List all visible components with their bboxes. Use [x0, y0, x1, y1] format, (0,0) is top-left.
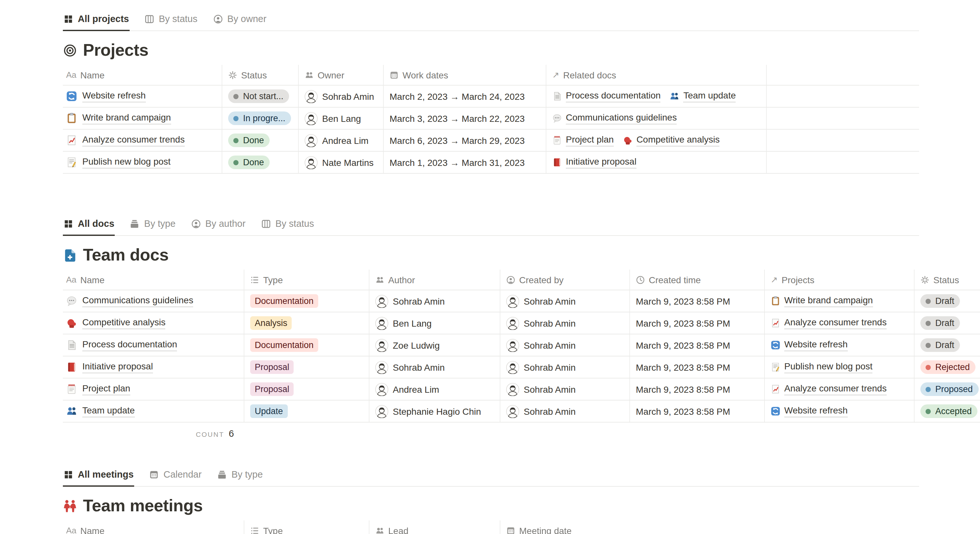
- project-link[interactable]: Publish new blog post: [771, 361, 872, 373]
- project-link[interactable]: Analyze consumer trends: [771, 383, 887, 395]
- project-link[interactable]: Write brand campaign: [771, 295, 873, 307]
- type-chip[interactable]: Proposal: [250, 382, 294, 396]
- person-tag[interactable]: Stephanie Hagio Chin: [375, 405, 481, 418]
- doc-link[interactable]: Process documentation: [552, 91, 661, 102]
- page-link[interactable]: Analyze consumer trends: [82, 135, 185, 146]
- tab-all-docs[interactable]: All docs: [63, 215, 115, 236]
- column-header-created-by[interactable]: Created by: [500, 270, 630, 290]
- column-header-type[interactable]: Type: [244, 270, 369, 290]
- column-header-projects[interactable]: ↗Projects: [765, 270, 915, 290]
- tab-calendar[interactable]: Calendar: [148, 466, 202, 487]
- status-chip[interactable]: Draft: [920, 316, 960, 330]
- column-header-related-docs[interactable]: ↗Related docs: [546, 65, 767, 85]
- person-tag[interactable]: Andrea Lim: [375, 383, 439, 396]
- status-chip[interactable]: Not start...: [228, 89, 290, 103]
- person-tag[interactable]: Zoe Ludwig: [375, 339, 440, 351]
- page-link[interactable]: Initiative proposal: [82, 361, 153, 373]
- tab-by-status[interactable]: By status: [144, 10, 198, 31]
- person-tag[interactable]: Ben Lang: [305, 112, 361, 125]
- doc-link[interactable]: Competitive analysis: [623, 135, 720, 146]
- cell-work-dates[interactable]: March 1, 2023 → March 31, 2023: [384, 152, 546, 173]
- page-link[interactable]: Write brand campaign: [82, 113, 171, 124]
- cell-created-time[interactable]: March 9, 2023 8:58 PM: [630, 400, 765, 422]
- status-dot-icon: [233, 116, 239, 121]
- project-link[interactable]: Analyze consumer trends: [771, 317, 887, 329]
- person-tag[interactable]: Sohrab Amin: [506, 294, 576, 307]
- status-chip[interactable]: Done: [228, 156, 270, 169]
- tab-by-author[interactable]: By author: [191, 215, 246, 236]
- type-chip[interactable]: Documentation: [250, 338, 318, 352]
- cell-status: In progre...: [222, 108, 299, 129]
- page-link[interactable]: Team update: [82, 405, 135, 417]
- status-chip[interactable]: Draft: [920, 338, 960, 352]
- column-header-author[interactable]: Author: [369, 270, 500, 290]
- page-link[interactable]: Competitive analysis: [82, 317, 165, 329]
- column-header-status[interactable]: Status: [222, 65, 299, 85]
- page-link[interactable]: Process documentation: [82, 339, 177, 351]
- cell-created-time[interactable]: March 9, 2023 8:58 PM: [630, 312, 765, 334]
- column-header-work-dates[interactable]: Work dates: [384, 65, 546, 85]
- cell-projects: Analyze consumer trends: [765, 378, 915, 400]
- person-tag[interactable]: Sohrab Amin: [305, 90, 374, 103]
- tab-by-type[interactable]: By type: [216, 466, 264, 487]
- page-link[interactable]: Project plan: [82, 383, 130, 395]
- tab-by-owner[interactable]: By owner: [212, 10, 267, 31]
- status-chip[interactable]: Done: [228, 134, 270, 147]
- status-chip[interactable]: Accepted: [920, 404, 978, 418]
- person-tag[interactable]: Sohrab Amin: [506, 339, 576, 351]
- cell-work-dates[interactable]: March 3, 2023 → March 22, 2023: [384, 108, 546, 129]
- doc-link[interactable]: Initiative proposal: [552, 156, 636, 168]
- status-chip[interactable]: Rejected: [920, 360, 976, 374]
- column-header-name[interactable]: AaName: [63, 270, 244, 290]
- column-header-lead[interactable]: Lead: [369, 520, 500, 534]
- cell-work-dates[interactable]: March 2, 2023 → March 24, 2023: [384, 86, 546, 107]
- doc-link[interactable]: Team update: [670, 91, 736, 102]
- doc-row: Communications guidelines Documentation …: [63, 290, 980, 312]
- cell-created-time[interactable]: March 9, 2023 8:58 PM: [630, 334, 765, 356]
- tab-all-meetings[interactable]: All meetings: [63, 466, 134, 487]
- doc-link[interactable]: Communications guidelines: [552, 113, 677, 124]
- page-link[interactable]: Communications guidelines: [82, 295, 193, 307]
- page-link[interactable]: Publish new blog post: [82, 156, 170, 168]
- type-chip[interactable]: Update: [250, 404, 288, 418]
- person-tag[interactable]: Sohrab Amin: [506, 361, 576, 373]
- column-header-name[interactable]: AaName: [63, 65, 222, 85]
- cell-created-time[interactable]: March 9, 2023 8:58 PM: [630, 356, 765, 378]
- tab-all-projects[interactable]: All projects: [63, 10, 130, 31]
- status-chip[interactable]: In progre...: [228, 111, 291, 125]
- cell-work-dates[interactable]: March 6, 2023 → March 29, 2023: [384, 130, 546, 151]
- type-chip[interactable]: Proposal: [250, 360, 294, 374]
- project-link[interactable]: Website refresh: [771, 339, 848, 351]
- tab-by-status[interactable]: By status: [261, 215, 315, 236]
- person-tag[interactable]: Sohrab Amin: [506, 316, 576, 329]
- person-tag[interactable]: Andrea Lim: [305, 134, 369, 147]
- page-icon: [66, 340, 77, 351]
- type-chip[interactable]: Analysis: [250, 316, 292, 330]
- column-header-name[interactable]: AaName: [63, 520, 244, 534]
- column-header-status[interactable]: Status: [915, 270, 980, 290]
- person-tag[interactable]: Sohrab Amin: [506, 383, 576, 396]
- column-header-created-time[interactable]: Created time: [630, 270, 765, 290]
- cell-type: Documentation: [244, 334, 369, 356]
- cell-created-time[interactable]: March 9, 2023 8:58 PM: [630, 290, 765, 312]
- person-tag[interactable]: Ben Lang: [375, 316, 432, 329]
- person-tag[interactable]: Sohrab Amin: [506, 405, 576, 418]
- cell-type: Update: [244, 400, 369, 422]
- project-link[interactable]: Website refresh: [771, 405, 848, 417]
- status-chip[interactable]: Draft: [920, 294, 960, 308]
- column-header-meeting-date[interactable]: Meeting date: [500, 520, 919, 534]
- person-tag[interactable]: Nate Martins: [305, 156, 374, 169]
- count-summary[interactable]: COUNT 6: [63, 423, 244, 439]
- tab-by-type[interactable]: By type: [129, 215, 176, 236]
- cell-created-time[interactable]: March 9, 2023 8:58 PM: [630, 378, 765, 400]
- person-tag[interactable]: Sohrab Amin: [375, 361, 445, 373]
- column-header-owner[interactable]: Owner: [299, 65, 384, 85]
- person-tag[interactable]: Sohrab Amin: [375, 294, 445, 307]
- doc-link[interactable]: Project plan: [552, 135, 614, 146]
- page-link[interactable]: Website refresh: [82, 91, 146, 102]
- column-header-type[interactable]: Type: [244, 520, 369, 534]
- doc-row: Competitive analysis Analysis Ben Lang S…: [63, 312, 980, 334]
- status-chip[interactable]: Proposed: [920, 382, 979, 396]
- cell-related-docs: Project planCompetitive analysis: [546, 130, 767, 151]
- type-chip[interactable]: Documentation: [250, 294, 318, 308]
